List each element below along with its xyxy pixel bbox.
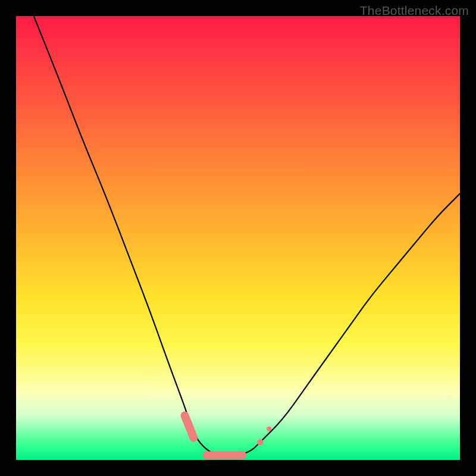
marker-group — [185, 415, 272, 459]
marker-pill-left — [185, 415, 194, 437]
bottleneck-curve-path — [34, 16, 460, 456]
marker-dot-floor-right — [239, 452, 246, 459]
plot-area — [16, 16, 460, 460]
marker-dot-right-upper — [267, 427, 271, 431]
marker-dot-right — [257, 439, 263, 445]
chart-frame: TheBottleneck.com — [0, 0, 476, 476]
marker-dot-floor-left — [203, 452, 210, 459]
curve-layer — [16, 16, 460, 460]
